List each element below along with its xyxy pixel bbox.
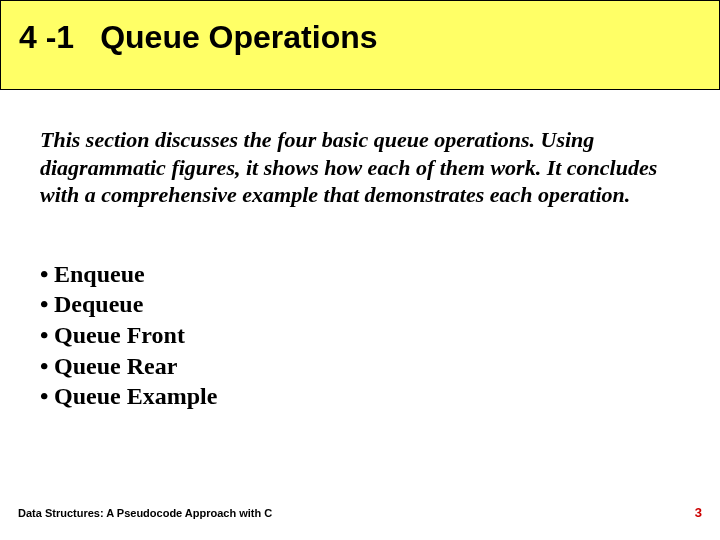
list-item: •Queue Example: [40, 381, 720, 412]
bullet-icon: •: [40, 289, 54, 320]
section-title: Queue Operations: [100, 19, 377, 56]
bullet-icon: •: [40, 259, 54, 290]
slide-footer: Data Structures: A Pseudocode Approach w…: [18, 505, 702, 520]
footer-page-number: 3: [695, 505, 702, 520]
footer-book-title: Data Structures: A Pseudocode Approach w…: [18, 507, 272, 519]
bullet-list: •Enqueue •Dequeue •Queue Front •Queue Re…: [40, 259, 720, 413]
list-item-label: Queue Front: [54, 322, 185, 348]
bullet-icon: •: [40, 351, 54, 382]
list-item: •Enqueue: [40, 259, 720, 290]
list-item: •Dequeue: [40, 289, 720, 320]
list-item-label: Queue Example: [54, 383, 217, 409]
section-number: 4 -1: [19, 19, 74, 56]
list-item-label: Queue Rear: [54, 353, 177, 379]
list-item: •Queue Rear: [40, 351, 720, 382]
bullet-icon: •: [40, 381, 54, 412]
list-item-label: Dequeue: [54, 291, 143, 317]
list-item: •Queue Front: [40, 320, 720, 351]
list-item-label: Enqueue: [54, 261, 145, 287]
title-bar: 4 -1 Queue Operations: [0, 0, 720, 90]
bullet-icon: •: [40, 320, 54, 351]
section-intro: This section discusses the four basic qu…: [40, 126, 680, 209]
